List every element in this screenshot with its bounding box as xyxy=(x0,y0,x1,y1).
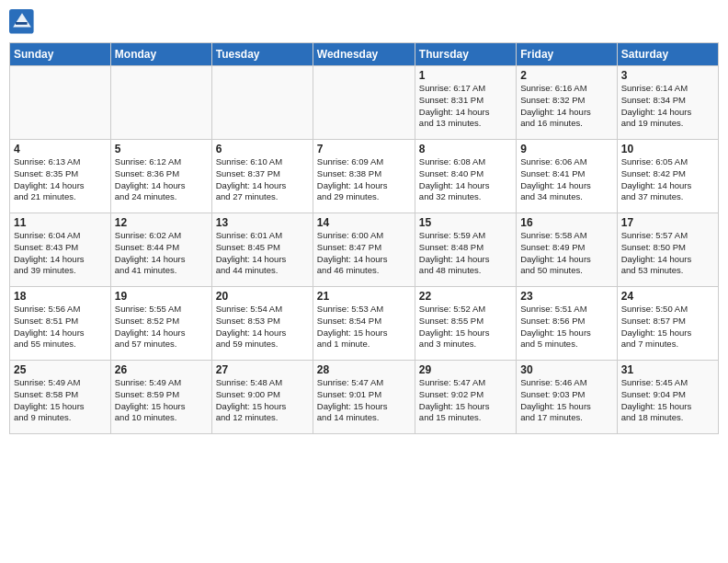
calendar-cell: 13Sunrise: 6:01 AM Sunset: 8:45 PM Dayli… xyxy=(211,213,313,287)
day-info: Sunrise: 5:49 AM Sunset: 8:58 PM Dayligh… xyxy=(14,377,107,424)
day-info: Sunrise: 5:48 AM Sunset: 9:00 PM Dayligh… xyxy=(216,377,309,424)
day-info: Sunrise: 5:50 AM Sunset: 8:57 PM Dayligh… xyxy=(621,304,714,350)
day-number: 16 xyxy=(520,216,612,229)
day-info: Sunrise: 5:55 AM Sunset: 8:52 PM Dayligh… xyxy=(115,304,208,350)
day-info: Sunrise: 6:06 AM Sunset: 8:41 PM Dayligh… xyxy=(520,156,612,203)
calendar-cell: 28Sunrise: 5:47 AM Sunset: 9:01 PM Dayli… xyxy=(313,361,415,434)
day-info: Sunrise: 6:13 AM Sunset: 8:35 PM Dayligh… xyxy=(14,156,107,203)
calendar-cell: 15Sunrise: 5:59 AM Sunset: 8:48 PM Dayli… xyxy=(415,213,516,287)
calendar-cell: 1Sunrise: 6:17 AM Sunset: 8:31 PM Daylig… xyxy=(415,66,516,140)
day-info: Sunrise: 5:45 AM Sunset: 9:04 PM Dayligh… xyxy=(621,377,714,424)
day-info: Sunrise: 5:51 AM Sunset: 8:56 PM Dayligh… xyxy=(520,304,612,350)
day-info: Sunrise: 6:04 AM Sunset: 8:43 PM Dayligh… xyxy=(14,230,107,277)
day-number: 17 xyxy=(621,216,714,229)
day-number: 5 xyxy=(115,143,208,155)
day-info: Sunrise: 6:14 AM Sunset: 8:34 PM Dayligh… xyxy=(621,83,714,130)
day-info: Sunrise: 5:58 AM Sunset: 8:49 PM Dayligh… xyxy=(520,230,612,277)
logo xyxy=(9,9,39,35)
calendar-cell: 29Sunrise: 5:47 AM Sunset: 9:02 PM Dayli… xyxy=(415,361,516,434)
day-number: 6 xyxy=(216,143,309,155)
day-number: 14 xyxy=(317,216,411,229)
day-number: 24 xyxy=(621,290,714,303)
calendar-cell: 7Sunrise: 6:09 AM Sunset: 8:38 PM Daylig… xyxy=(313,140,415,213)
day-info: Sunrise: 6:09 AM Sunset: 8:38 PM Dayligh… xyxy=(317,156,411,203)
calendar-week: 11Sunrise: 6:04 AM Sunset: 8:43 PM Dayli… xyxy=(10,213,719,287)
day-number: 22 xyxy=(419,290,512,303)
calendar-week: 18Sunrise: 5:56 AM Sunset: 8:51 PM Dayli… xyxy=(10,287,719,361)
calendar-cell xyxy=(10,66,111,140)
weekday-row: SundayMondayTuesdayWednesdayThursdayFrid… xyxy=(10,43,719,66)
calendar-cell: 4Sunrise: 6:13 AM Sunset: 8:35 PM Daylig… xyxy=(10,140,111,213)
logo-icon xyxy=(9,9,35,35)
day-number: 26 xyxy=(115,363,208,376)
calendar-cell: 19Sunrise: 5:55 AM Sunset: 8:52 PM Dayli… xyxy=(110,287,211,361)
svg-rect-2 xyxy=(16,22,28,25)
calendar-cell: 23Sunrise: 5:51 AM Sunset: 8:56 PM Dayli… xyxy=(517,287,617,361)
day-number: 9 xyxy=(520,143,612,155)
weekday-header: Friday xyxy=(517,43,617,66)
day-info: Sunrise: 5:49 AM Sunset: 8:59 PM Dayligh… xyxy=(115,377,208,424)
calendar-cell: 22Sunrise: 5:52 AM Sunset: 8:55 PM Dayli… xyxy=(415,287,516,361)
day-info: Sunrise: 5:53 AM Sunset: 8:54 PM Dayligh… xyxy=(317,304,411,350)
day-number: 13 xyxy=(216,216,309,229)
calendar-week: 4Sunrise: 6:13 AM Sunset: 8:35 PM Daylig… xyxy=(10,140,719,213)
day-info: Sunrise: 5:57 AM Sunset: 8:50 PM Dayligh… xyxy=(621,230,714,277)
day-info: Sunrise: 5:47 AM Sunset: 9:01 PM Dayligh… xyxy=(317,377,411,424)
calendar-week: 1Sunrise: 6:17 AM Sunset: 8:31 PM Daylig… xyxy=(10,66,719,140)
calendar-cell: 26Sunrise: 5:49 AM Sunset: 8:59 PM Dayli… xyxy=(110,361,211,434)
day-info: Sunrise: 6:17 AM Sunset: 8:31 PM Dayligh… xyxy=(419,83,512,130)
day-info: Sunrise: 6:12 AM Sunset: 8:36 PM Dayligh… xyxy=(115,156,208,203)
calendar-cell: 3Sunrise: 6:14 AM Sunset: 8:34 PM Daylig… xyxy=(617,66,718,140)
calendar-cell: 6Sunrise: 6:10 AM Sunset: 8:37 PM Daylig… xyxy=(211,140,313,213)
day-number: 23 xyxy=(520,290,612,303)
day-number: 31 xyxy=(621,363,714,376)
header xyxy=(9,9,719,35)
day-number: 20 xyxy=(216,290,309,303)
day-number: 21 xyxy=(317,290,411,303)
calendar-cell: 10Sunrise: 6:05 AM Sunset: 8:42 PM Dayli… xyxy=(617,140,718,213)
day-info: Sunrise: 5:59 AM Sunset: 8:48 PM Dayligh… xyxy=(419,230,512,277)
day-number: 11 xyxy=(14,216,107,229)
calendar-cell: 16Sunrise: 5:58 AM Sunset: 8:49 PM Dayli… xyxy=(517,213,617,287)
weekday-header: Thursday xyxy=(415,43,516,66)
day-info: Sunrise: 6:01 AM Sunset: 8:45 PM Dayligh… xyxy=(216,230,309,277)
calendar-cell: 21Sunrise: 5:53 AM Sunset: 8:54 PM Dayli… xyxy=(313,287,415,361)
day-info: Sunrise: 5:46 AM Sunset: 9:03 PM Dayligh… xyxy=(520,377,612,424)
day-number: 28 xyxy=(317,363,411,376)
weekday-header: Wednesday xyxy=(313,43,415,66)
weekday-header: Sunday xyxy=(10,43,111,66)
day-info: Sunrise: 6:08 AM Sunset: 8:40 PM Dayligh… xyxy=(419,156,512,203)
calendar-cell: 31Sunrise: 5:45 AM Sunset: 9:04 PM Dayli… xyxy=(617,361,718,434)
day-info: Sunrise: 6:02 AM Sunset: 8:44 PM Dayligh… xyxy=(115,230,208,277)
calendar-cell: 25Sunrise: 5:49 AM Sunset: 8:58 PM Dayli… xyxy=(10,361,111,434)
calendar-cell xyxy=(211,66,313,140)
calendar-cell: 8Sunrise: 6:08 AM Sunset: 8:40 PM Daylig… xyxy=(415,140,516,213)
weekday-header: Saturday xyxy=(617,43,718,66)
calendar-cell: 12Sunrise: 6:02 AM Sunset: 8:44 PM Dayli… xyxy=(110,213,211,287)
day-info: Sunrise: 5:54 AM Sunset: 8:53 PM Dayligh… xyxy=(216,304,309,350)
calendar-cell: 20Sunrise: 5:54 AM Sunset: 8:53 PM Dayli… xyxy=(211,287,313,361)
day-number: 8 xyxy=(419,143,512,155)
calendar-cell: 18Sunrise: 5:56 AM Sunset: 8:51 PM Dayli… xyxy=(10,287,111,361)
calendar-cell: 14Sunrise: 6:00 AM Sunset: 8:47 PM Dayli… xyxy=(313,213,415,287)
day-info: Sunrise: 6:00 AM Sunset: 8:47 PM Dayligh… xyxy=(317,230,411,277)
day-info: Sunrise: 6:05 AM Sunset: 8:42 PM Dayligh… xyxy=(621,156,714,203)
day-number: 29 xyxy=(419,363,512,376)
day-number: 10 xyxy=(621,143,714,155)
day-number: 27 xyxy=(216,363,309,376)
day-number: 1 xyxy=(419,69,512,82)
weekday-header: Monday xyxy=(110,43,211,66)
calendar-cell: 2Sunrise: 6:16 AM Sunset: 8:32 PM Daylig… xyxy=(517,66,617,140)
day-info: Sunrise: 5:52 AM Sunset: 8:55 PM Dayligh… xyxy=(419,304,512,350)
day-number: 19 xyxy=(115,290,208,303)
day-info: Sunrise: 5:56 AM Sunset: 8:51 PM Dayligh… xyxy=(14,304,107,350)
day-number: 3 xyxy=(621,69,714,82)
day-number: 30 xyxy=(520,363,612,376)
day-number: 15 xyxy=(419,216,512,229)
day-number: 25 xyxy=(14,363,107,376)
calendar-table: SundayMondayTuesdayWednesdayThursdayFrid… xyxy=(9,42,719,434)
day-number: 4 xyxy=(14,143,107,155)
calendar-cell: 11Sunrise: 6:04 AM Sunset: 8:43 PM Dayli… xyxy=(10,213,111,287)
day-info: Sunrise: 5:47 AM Sunset: 9:02 PM Dayligh… xyxy=(419,377,512,424)
day-number: 18 xyxy=(14,290,107,303)
